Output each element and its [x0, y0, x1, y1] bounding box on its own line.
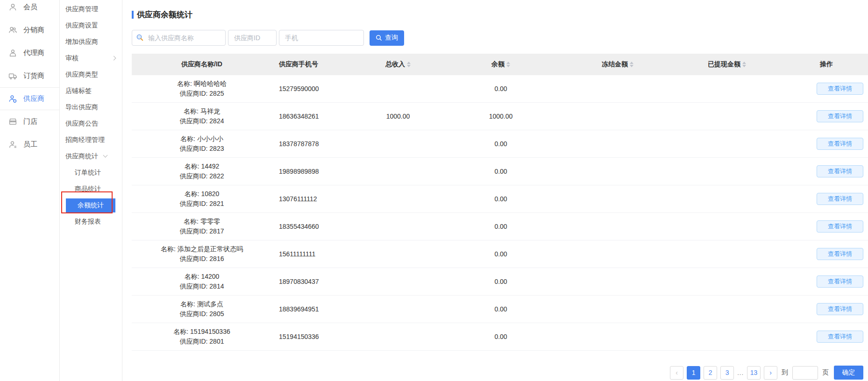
sort-icon[interactable]	[630, 62, 633, 67]
page-button-2[interactable]: 2	[704, 366, 717, 380]
orderer-icon	[8, 71, 17, 81]
menu-item-supplier-settings[interactable]: 供应商设置	[60, 17, 122, 34]
query-button[interactable]: 查询	[370, 30, 404, 46]
menu-item-label: 财务报表	[75, 218, 101, 226]
chevron-right-icon	[112, 56, 116, 61]
view-detail-button[interactable]: 查看详情	[817, 83, 863, 95]
menu-item-export-supplier[interactable]: 导出供应商	[60, 99, 122, 115]
supplier-phone: 19898989898	[272, 168, 361, 175]
balance-value: 0.00	[435, 333, 566, 340]
menu-item-label: 审核	[65, 54, 78, 63]
view-detail-button[interactable]: 查看详情	[817, 275, 863, 288]
sort-icon[interactable]	[506, 62, 510, 67]
page-button-3[interactable]: 3	[720, 366, 734, 380]
col-header-action: 操作	[785, 60, 868, 69]
supplier-phone: 15194150336	[272, 333, 361, 340]
col-header-total-income[interactable]: 总收入	[361, 60, 435, 69]
sidebar-item-distributor[interactable]: 分销商	[0, 19, 59, 42]
view-detail-button[interactable]: 查看详情	[817, 220, 863, 233]
sidebar-item-store[interactable]: 门店	[0, 110, 59, 133]
col-header-frozen[interactable]: 冻结金额	[566, 60, 669, 69]
pagination-ellipsis: ...	[737, 369, 744, 376]
menu-item-merchant-manager[interactable]: 招商经理管理	[60, 132, 122, 148]
table-row: 名称: 10820 供应商ID: 2821 13076111112 0.00 查…	[132, 185, 868, 213]
supplier-id: 供应商ID: 2822	[132, 172, 272, 181]
menu-item-finance-report[interactable]: 财务报表	[60, 213, 122, 230]
menu-item-goods-stats[interactable]: 商品统计	[60, 181, 122, 197]
table-row: 名称: 啊哈哈哈哈 供应商ID: 2825 15279590000 0.00 查…	[132, 75, 868, 103]
sidebar-item-agent[interactable]: 代理商	[0, 42, 59, 64]
supplier-name: 名称: 添加之后是正常状态吗	[132, 245, 272, 254]
supplier-name-id-cell: 名称: 10820 供应商ID: 2821	[132, 190, 272, 208]
sort-icon[interactable]	[742, 62, 746, 67]
sidebar-item-orderer[interactable]: 订货商	[0, 64, 59, 87]
menu-item-supplier-notice[interactable]: 供应商公告	[60, 115, 122, 132]
col-header-balance[interactable]: 余额	[435, 60, 566, 69]
menu-item-add-supplier[interactable]: 增加供应商	[60, 34, 122, 50]
menu-item-supplier-manage[interactable]: 供应商管理	[60, 1, 122, 17]
phone-input[interactable]	[279, 30, 364, 46]
menu-item-order-stats[interactable]: 订单统计	[60, 164, 122, 181]
member-icon	[8, 3, 17, 12]
supplier-name: 名称: 14492	[132, 162, 272, 171]
page-button-1[interactable]: 1	[687, 366, 700, 380]
menu-item-label: 供应商设置	[65, 21, 98, 30]
menu-item-shop-tag[interactable]: 店铺标签	[60, 83, 122, 99]
view-detail-button[interactable]: 查看详情	[817, 193, 863, 205]
col-header-withdrawn[interactable]: 已提现金额	[669, 60, 785, 69]
menu-item-label: 供应商管理	[65, 5, 98, 14]
view-detail-button[interactable]: 查看详情	[817, 110, 863, 122]
menu-item-supplier-stats[interactable]: 供应商统计	[60, 148, 122, 164]
balance-value: 0.00	[435, 223, 566, 230]
balance-table: 供应商名称/ID 供应商手机号 总收入 余额 冻结金额 已提现金额 操作 名称:…	[132, 54, 868, 351]
supplier-id: 供应商ID: 2825	[132, 90, 272, 98]
table-row: 名称: 14492 供应商ID: 2822 19898989898 0.00 查…	[132, 158, 868, 185]
menu-item-supplier-type[interactable]: 供应商类型	[60, 66, 122, 83]
supplier-name-id-cell: 名称: 测试多点 供应商ID: 2805	[132, 300, 272, 318]
table-row: 名称: 马祥龙 供应商ID: 2824 18636348261 1000.00 …	[132, 103, 868, 130]
sidebar-item-supplier[interactable]: 供应商	[0, 87, 59, 110]
page-title-text: 供应商余额统计	[137, 9, 192, 20]
supplier-name-id-cell: 名称: 小小小小 供应商ID: 2823	[132, 135, 272, 153]
next-page-button[interactable]: ›	[764, 366, 777, 380]
supplier-name: 名称: 马祥龙	[132, 107, 272, 116]
view-detail-button[interactable]: 查看详情	[817, 303, 863, 315]
supplier-id: 供应商ID: 2816	[132, 255, 272, 263]
action-cell: 查看详情	[785, 275, 868, 288]
supplier-id: 供应商ID: 2814	[132, 282, 272, 291]
menu-item-audit[interactable]: 审核	[60, 50, 122, 66]
goto-label: 到	[782, 368, 788, 377]
search-bar: 查询	[132, 30, 868, 46]
sidebar-item-member[interactable]: 会员	[0, 0, 59, 19]
view-detail-button[interactable]: 查看详情	[817, 248, 863, 260]
action-cell: 查看详情	[785, 110, 868, 122]
sidebar-item-staff[interactable]: 员工	[0, 133, 59, 156]
goto-page-input[interactable]	[792, 366, 818, 380]
supplier-name: 名称: 15194150336	[132, 328, 272, 336]
prev-page-button[interactable]: ‹	[670, 366, 683, 380]
supplier-id: 供应商ID: 2805	[132, 310, 272, 318]
staff-icon	[8, 140, 17, 149]
supplier-name-id-cell: 名称: 14200 供应商ID: 2814	[132, 273, 272, 291]
goto-confirm-button[interactable]: 确定	[834, 366, 863, 380]
sort-icon[interactable]	[407, 62, 411, 67]
menu-item-balance-stats[interactable]: 余额统计	[60, 197, 122, 213]
page-unit-label: 页	[822, 368, 829, 377]
supplier-id: 供应商ID: 2821	[132, 200, 272, 208]
balance-value: 0.00	[435, 250, 566, 258]
view-detail-button[interactable]: 查看详情	[817, 138, 863, 150]
sidebar-item-label: 订货商	[23, 71, 44, 80]
table-row: 名称: 15194150336 供应商ID: 2801 15194150336 …	[132, 323, 868, 351]
secondary-sidebar: 供应商管理 供应商设置 增加供应商 审核 供应商类型 店铺标签 导出供应商 供应…	[60, 0, 122, 381]
table-row: 名称: 测试多点 供应商ID: 2805 18839694951 0.00 查看…	[132, 296, 868, 323]
table-row: 名称: 零零零 供应商ID: 2817 18355434660 0.00 查看详…	[132, 213, 868, 240]
sidebar-item-label: 会员	[23, 3, 37, 12]
supplier-phone: 15279590000	[272, 85, 361, 92]
balance-value: 0.00	[435, 85, 566, 92]
supplier-name-input[interactable]	[132, 30, 226, 46]
last-page-button[interactable]: 13	[747, 366, 761, 380]
view-detail-button[interactable]: 查看详情	[817, 331, 863, 343]
supplier-id-input[interactable]	[228, 30, 277, 46]
balance-value: 0.00	[435, 305, 566, 313]
view-detail-button[interactable]: 查看详情	[817, 165, 863, 177]
